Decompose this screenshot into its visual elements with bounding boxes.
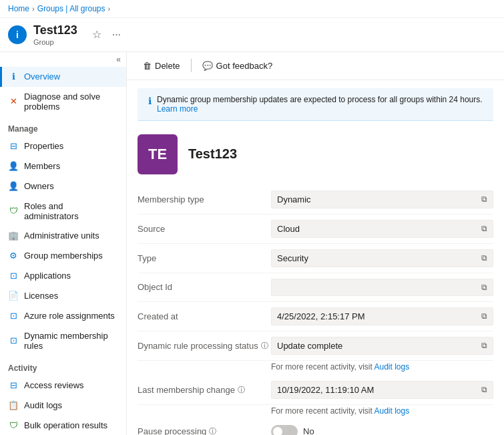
sidebar-label-applications: Applications <box>24 271 71 281</box>
breadcrumb-home[interactable]: Home <box>8 4 29 13</box>
sidebar-item-azure-roles[interactable]: ⊡ Azure role assignments <box>0 306 126 326</box>
sidebar-label-properties: Properties <box>24 141 63 151</box>
content-area: 🗑 Delete 💬 Got feedback? ℹ Dynamic group… <box>127 52 504 435</box>
sidebar-label-azure-roles: Azure role assignments <box>24 311 115 321</box>
dynamic-status-label: Dynamic rule processing status ⓘ <box>138 341 271 351</box>
group-avatar: TE <box>138 134 178 174</box>
sidebar-item-overview[interactable]: ℹ Overview <box>0 67 126 87</box>
sidebar-item-dynamic-rules[interactable]: ⊡ Dynamic membership rules <box>0 326 126 355</box>
sidebar-label-licenses: Licenses <box>24 291 58 301</box>
delete-label: Delete <box>155 61 180 71</box>
sidebar-item-group-memberships[interactable]: ⚙ Group memberships <box>0 246 126 266</box>
type-value: Security ⧉ <box>271 249 493 267</box>
sidebar-label-access-reviews: Access reviews <box>24 380 84 390</box>
last-change-copy[interactable]: ⧉ <box>481 385 487 394</box>
overview-icon: ℹ <box>8 71 19 82</box>
dynamic-status-value: Update complete ⧉ <box>271 337 493 355</box>
dynamic-status-note: For more recent activity, visit Audit lo… <box>138 361 493 376</box>
object-id-row: Object Id ⧉ <box>138 273 493 302</box>
header-actions: ☆ ··· <box>89 27 123 42</box>
sidebar-item-roles[interactable]: 🛡 Roles and administrators <box>0 196 126 226</box>
sidebar-item-access-reviews[interactable]: ⊟ Access reviews <box>0 376 126 396</box>
last-change-note: For more recent activity, visit Audit lo… <box>138 405 493 420</box>
members-icon: 👤 <box>8 161 19 172</box>
membership-type-copy[interactable]: ⧉ <box>481 194 487 204</box>
feedback-button[interactable]: 💬 Got feedback? <box>197 57 278 74</box>
sidebar-label-bulk-ops: Bulk operation results <box>24 420 107 430</box>
delete-icon: 🗑 <box>143 61 152 71</box>
object-id-value: ⧉ <box>271 279 493 296</box>
source-value: Cloud ⧉ <box>271 220 493 238</box>
sidebar-item-diagnose[interactable]: ✕ Diagnose and solve problems <box>0 87 126 116</box>
dynamic-status-field: Update complete ⧉ <box>271 337 493 355</box>
page-header: i Test123 Group ☆ ··· <box>0 18 504 52</box>
membership-type-label: Membership type <box>138 194 271 204</box>
dynamic-status-audit-link[interactable]: Audit logs <box>374 362 409 372</box>
pin-button[interactable]: ☆ <box>89 27 104 42</box>
created-at-value: 4/25/2022, 2:15:17 PM ⧉ <box>271 307 493 325</box>
sidebar: « ℹ Overview ✕ Diagnose and solve proble… <box>0 52 127 435</box>
sidebar-label-roles: Roles and administrators <box>24 201 118 221</box>
sidebar-label-members: Members <box>24 161 60 171</box>
source-row: Source Cloud ⧉ <box>138 214 493 244</box>
azure-roles-icon: ⊡ <box>8 311 19 321</box>
dynamic-status-info-icon[interactable]: ⓘ <box>261 341 268 351</box>
page-title: Test123 <box>33 23 77 38</box>
sidebar-item-audit-logs[interactable]: 📋 Audit logs <box>0 396 126 416</box>
collapse-button[interactable]: « <box>116 55 121 64</box>
sidebar-item-admin-units[interactable]: 🏢 Administrative units <box>0 226 126 246</box>
last-change-label: Last membership change ⓘ <box>138 385 271 395</box>
sidebar-item-bulk-ops[interactable]: 🛡 Bulk operation results <box>0 416 126 435</box>
dynamic-status-copy[interactable]: ⧉ <box>481 341 487 350</box>
pause-toggle-thumb <box>273 427 282 435</box>
object-id-label: Object Id <box>138 282 271 292</box>
dynamic-rules-icon: ⊡ <box>8 335 19 346</box>
created-at-field: 4/25/2022, 2:15:17 PM ⧉ <box>271 307 493 325</box>
sidebar-item-members[interactable]: 👤 Members <box>0 156 126 176</box>
source-label: Source <box>138 224 271 234</box>
sidebar-item-properties[interactable]: ⊟ Properties <box>0 136 126 156</box>
type-row: Type Security ⧉ <box>138 244 493 273</box>
sidebar-item-applications[interactable]: ⊡ Applications <box>0 266 126 286</box>
pause-toggle-label: No <box>303 426 314 435</box>
pause-processing-info-icon[interactable]: ⓘ <box>209 426 216 435</box>
group-avatar-initials: TE <box>148 146 167 163</box>
last-change-info-icon[interactable]: ⓘ <box>238 385 245 395</box>
breadcrumb-groups[interactable]: Groups | All groups <box>37 4 105 13</box>
type-copy[interactable]: ⧉ <box>481 253 487 263</box>
source-field: Cloud ⧉ <box>271 220 493 238</box>
sidebar-label-overview: Overview <box>24 71 60 82</box>
learn-more-link[interactable]: Learn more <box>157 104 198 114</box>
object-id-copy[interactable]: ⧉ <box>481 283 487 292</box>
breadcrumb-sep2: › <box>108 5 111 13</box>
sidebar-label-dynamic-rules: Dynamic membership rules <box>24 331 118 351</box>
section-activity: Activity <box>0 355 126 376</box>
type-field: Security ⧉ <box>271 249 493 267</box>
pause-toggle[interactable] <box>271 425 298 435</box>
last-change-value: 10/19/2022, 11:19:10 AM ⧉ <box>271 381 493 399</box>
header-title-group: Test123 Group <box>33 23 77 46</box>
membership-type-row: Membership type Dynamic ⧉ <box>138 185 493 214</box>
sidebar-label-admin-units: Administrative units <box>24 231 99 241</box>
sidebar-label-owners: Owners <box>24 181 54 191</box>
pause-processing-row: Pause processing ⓘ No <box>138 420 493 435</box>
type-label: Type <box>138 253 271 263</box>
diagnose-icon: ✕ <box>8 96 19 107</box>
app-container: Home › Groups | All groups › i Test123 G… <box>0 0 504 435</box>
last-change-field: 10/19/2022, 11:19:10 AM ⧉ <box>271 381 493 399</box>
created-at-copy[interactable]: ⧉ <box>481 311 487 321</box>
page-subtitle: Group <box>33 38 77 46</box>
roles-icon: 🛡 <box>8 206 19 216</box>
delete-button[interactable]: 🗑 Delete <box>138 57 186 74</box>
sidebar-label-diagnose: Diagnose and solve problems <box>24 92 118 112</box>
feedback-icon: 💬 <box>202 61 213 71</box>
pause-processing-value: No <box>271 425 493 435</box>
more-button[interactable]: ··· <box>109 27 123 42</box>
group-name: Test123 <box>188 146 237 162</box>
sidebar-item-owners[interactable]: 👤 Owners <box>0 176 126 196</box>
source-copy[interactable]: ⧉ <box>481 224 487 233</box>
last-change-audit-link[interactable]: Audit logs <box>374 406 409 416</box>
sidebar-item-licenses[interactable]: 📄 Licenses <box>0 286 126 306</box>
sidebar-collapse: « <box>0 52 126 67</box>
feedback-label: Got feedback? <box>216 61 273 71</box>
